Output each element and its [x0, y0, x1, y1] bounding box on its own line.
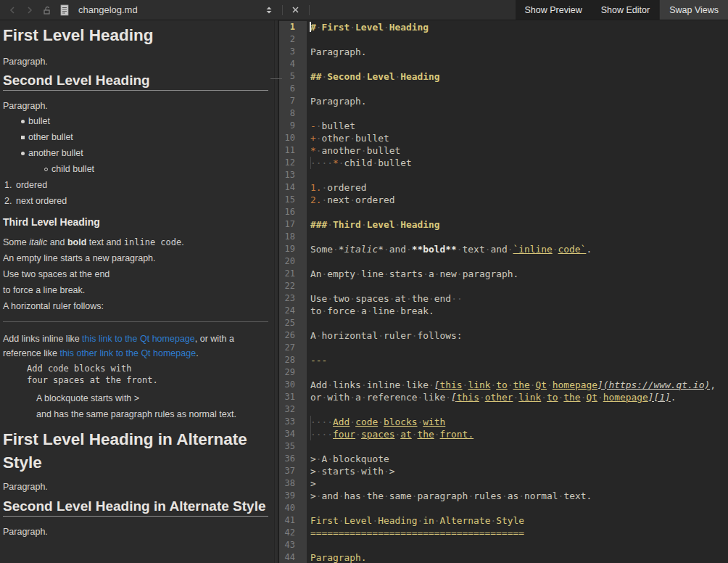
list-item-label: another bullet [28, 148, 83, 158]
editor-line[interactable]: 33····Add·code·blocks·with [279, 416, 728, 428]
editor-line[interactable]: 152.·next·ordered [279, 194, 728, 206]
editor-line[interactable]: 29 [279, 366, 728, 379]
markdown-editor-window: changelog.md Show Preview Show Editor Sw… [0, 0, 728, 563]
editor-line[interactable]: 1#·First·Level·Heading [279, 21, 728, 33]
editor-line[interactable]: 13 [279, 169, 728, 181]
line-number: 11 [279, 144, 307, 157]
editor-line[interactable]: 141.·ordered [279, 181, 728, 194]
editor-line[interactable]: 44Paragraph. [279, 551, 728, 563]
line-number: 44 [279, 551, 307, 563]
line-number: 23 [279, 292, 307, 305]
editor-line[interactable]: 38> [279, 477, 728, 490]
line-number: 41 [279, 514, 307, 527]
editor-line[interactable]: 18 [279, 231, 728, 243]
text-cursor [310, 22, 311, 32]
show-preview-button[interactable]: Show Preview [516, 0, 592, 20]
list-item: another bullet child bullet [21, 149, 268, 174]
swap-views-button[interactable]: Swap Views [659, 0, 728, 20]
editor-line[interactable]: 35 [279, 440, 728, 453]
editor-line[interactable]: 17###·Third·Level·Heading [279, 218, 728, 231]
line-number: 43 [279, 539, 307, 551]
show-editor-button[interactable]: Show Editor [592, 0, 659, 20]
ordered-number: 2. [4, 197, 16, 206]
editor-line[interactable]: 20 [279, 255, 728, 268]
editor-line[interactable]: 40 [279, 502, 728, 514]
editor-line[interactable]: 4 [279, 58, 728, 70]
editor-line[interactable]: 42====================================== [279, 527, 728, 539]
line-number: 9 [279, 120, 307, 132]
editor-line[interactable]: 11*·another·bullet [279, 144, 728, 157]
editor-line[interactable]: 27 [279, 342, 728, 354]
editor-line[interactable]: 26A·horizontal·ruler·follows: [279, 329, 728, 342]
list-item-label: next ordered [16, 197, 67, 206]
pane-splitter[interactable] [274, 20, 278, 563]
preview-h2-alternate: Second Level Heading in Alternate Style [3, 498, 268, 517]
editor-line[interactable]: 32 [279, 403, 728, 416]
markdown-source-editor[interactable]: 1#·First·Level·Heading23Paragraph.45##·S… [278, 20, 728, 563]
line-number: 1 [279, 21, 307, 33]
editor-line[interactable]: 21An·empty·line·starts·a·new·paragraph. [279, 268, 728, 280]
editor-line[interactable]: 22 [279, 280, 728, 292]
line-number: 42 [279, 527, 307, 539]
line-number: 32 [279, 403, 307, 416]
line-number: 31 [279, 391, 307, 403]
line-number: 39 [279, 490, 307, 502]
editor-line[interactable]: 30Add·links·inline·like·[this·link·to·th… [279, 379, 728, 391]
editor-line[interactable]: 25 [279, 317, 728, 329]
editor-line[interactable]: 19Some·*italic*·and·**bold**·text·and·`i… [279, 243, 728, 255]
qt-homepage-reference-link[interactable]: this other link to the Qt homepage [60, 348, 197, 358]
forward-arrow-icon[interactable] [23, 4, 36, 17]
editor-line[interactable]: 6 [279, 83, 728, 95]
preview-h1-alternate: First Level Heading in Alternate Style [3, 428, 268, 474]
editor-line[interactable]: 2 [279, 33, 728, 46]
view-buttons: Show Preview Show Editor Swap Views [516, 0, 728, 20]
editor-line[interactable]: 39>·and·has·the·same·paragraph·rules·as·… [279, 490, 728, 502]
list-item: child bullet [44, 165, 268, 174]
open-file-name[interactable]: changelog.md [78, 4, 138, 15]
qt-homepage-link[interactable]: this link to the Qt homepage [82, 334, 195, 344]
line-number: 35 [279, 440, 307, 453]
disc-bullet-icon [21, 152, 25, 155]
editor-line[interactable]: 16 [279, 206, 728, 218]
editor-line[interactable]: 5##·Second·Level·Heading [279, 70, 728, 83]
line-number: 22 [279, 280, 307, 292]
editor-line[interactable]: 7Paragraph. [279, 95, 728, 107]
line-number: 8 [279, 107, 307, 120]
line-number: 12 [279, 157, 307, 169]
editor-line[interactable]: 34····four·spaces·at·the·front. [279, 428, 728, 440]
preview-styled-paragraph: Some italic and bold text and inline cod… [3, 237, 268, 247]
back-arrow-icon[interactable] [6, 4, 19, 17]
list-item: other bullet [21, 133, 268, 142]
editor-line[interactable]: 36>·A·blockquote [279, 453, 728, 465]
editor-line[interactable]: 12····*·child·bullet [279, 157, 728, 169]
disc-bullet-icon [21, 120, 25, 123]
line-number: 28 [279, 354, 307, 366]
preview-h1: First Level Heading [3, 25, 268, 46]
editor-line[interactable]: 43 [279, 539, 728, 551]
editor-line[interactable]: 9-·bullet [279, 120, 728, 132]
editor-line[interactable]: 23Use·two·spaces·at·the·end·· [279, 292, 728, 305]
editor-line[interactable]: 10+·other·bullet [279, 132, 728, 144]
line-number: 34 [279, 428, 307, 440]
editor-line[interactable]: 8 [279, 107, 728, 120]
line-number: 14 [279, 181, 307, 194]
line-number: 3 [279, 46, 307, 58]
preview-paragraph: Paragraph. [3, 482, 268, 492]
horizontal-ruler [3, 321, 268, 322]
editor-lines[interactable]: 1#·First·Level·Heading23Paragraph.45##·S… [279, 20, 728, 563]
editor-line[interactable]: 24to·force·a·line·break. [279, 305, 728, 317]
preview-ordered-list: 1.ordered 2.next ordered [3, 181, 268, 206]
editor-line[interactable]: 37>·starts·with·> [279, 465, 728, 477]
preview-paragraph: Paragraph. [3, 527, 268, 537]
main-split: First Level Heading Paragraph. Second Le… [0, 20, 728, 563]
split-document-dropdown-icon[interactable] [262, 4, 276, 17]
circle-bullet-icon [44, 168, 48, 171]
close-document-icon[interactable] [289, 4, 302, 17]
line-number: 21 [279, 268, 307, 280]
editor-line[interactable]: 28--- [279, 354, 728, 366]
bold-text: bold [67, 237, 86, 247]
editor-line[interactable]: 31or·with·a·reference·like·[this·other·l… [279, 391, 728, 403]
lock-open-icon[interactable] [41, 4, 54, 17]
editor-line[interactable]: 3Paragraph. [279, 46, 728, 58]
editor-line[interactable]: 41First·Level·Heading·in·Alternate·Style [279, 514, 728, 527]
